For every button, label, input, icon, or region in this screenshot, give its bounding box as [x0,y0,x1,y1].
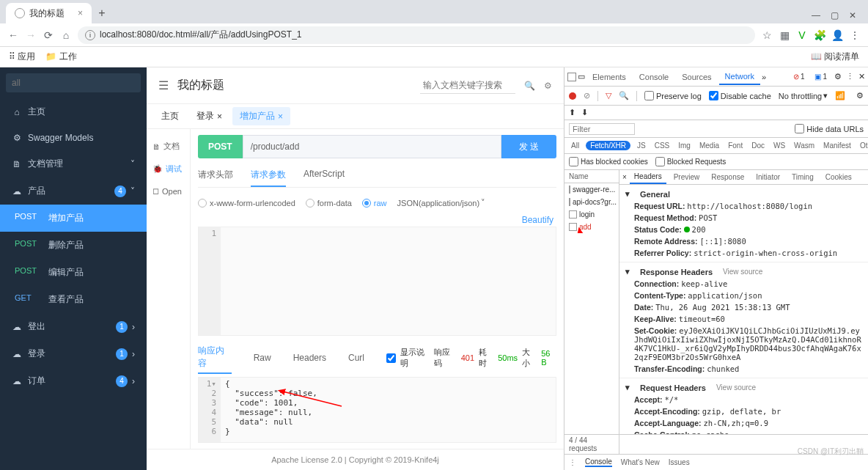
drawer-whatsnew[interactable]: What's New [621,458,660,466]
device-icon[interactable]: ▭ [578,72,585,81]
tool-debug[interactable]: 🐞调试 [150,158,187,180]
content-type-select[interactable]: JSON(application/json)˅ [397,198,486,208]
gear-icon[interactable]: ⚙ [834,72,842,81]
minimize-icon[interactable]: — [812,10,820,21]
dtab-preview[interactable]: Preview [669,171,705,183]
drawer-console[interactable]: Console [585,458,612,467]
throttle-select[interactable]: No throttling▾ [779,91,828,100]
menu-toggle-icon[interactable]: ☰ [158,78,169,92]
filter-type-img[interactable]: Img [676,141,693,150]
tool-doc[interactable]: 🗎文档 [150,135,187,158]
wifi-icon[interactable]: 📶 [835,91,845,100]
filter-type-js[interactable]: JS [635,141,648,150]
subtab-headers[interactable]: 请求头部 [198,164,233,187]
dtab-timing[interactable]: Timing [787,171,818,183]
resp-tab-content[interactable]: 响应内容 [198,342,232,374]
radio-formdata[interactable]: form-data [306,199,352,208]
search-icon[interactable]: 🔍 [524,81,535,91]
request-row[interactable]: swagger-re... [564,183,619,196]
reload-icon[interactable]: ⟳ [43,29,54,41]
download-icon[interactable]: ⬇ [581,108,588,117]
settings-icon[interactable]: ⚙ [544,81,552,91]
tab-home[interactable]: 主页 [154,107,186,125]
subtab-params[interactable]: 请求参数 [251,164,286,187]
dtab-initiator[interactable]: Initiator [751,171,784,183]
disable-cache-checkbox[interactable]: Disable cache [709,91,771,100]
filter-type-all[interactable]: All [569,141,581,150]
filter-type-ws[interactable]: WS [771,141,787,150]
clear-icon[interactable]: ⊘ [584,91,590,100]
close-window-icon[interactable]: ✕ [849,10,856,21]
error-badge[interactable]: ⊘1 [790,73,808,81]
sidebar-item-edit[interactable]: POST编辑产品 [0,259,147,286]
record-icon[interactable] [569,92,576,100]
dt-close-icon[interactable]: ✕ [858,72,865,81]
profile-icon[interactable]: 👤 [831,29,843,41]
gear-icon[interactable]: ⚙ [856,91,864,100]
url-input[interactable]: /product/add [243,135,501,158]
apps-bookmark[interactable]: ⠿ 应用 [9,51,35,63]
filter-type-css[interactable]: CSS [652,141,672,150]
home-icon[interactable]: ⌂ [60,29,72,41]
tab-login[interactable]: 登录× [189,107,229,125]
sidebar-item-delete[interactable]: POST删除产品 [0,232,147,259]
close-icon[interactable]: × [78,8,83,18]
dt-tab-sources[interactable]: Sources [676,70,717,84]
more-tabs-icon[interactable]: » [762,73,766,81]
drawer-menu-icon[interactable]: ⋮ [569,458,576,466]
section-request-headers[interactable]: ▾ Request HeadersView source [625,381,862,394]
nav-home[interactable]: ⌂主页 [0,98,147,125]
filter-type-font[interactable]: Font [726,141,745,150]
inspect-icon[interactable] [567,73,576,81]
nav-order[interactable]: ☁订单4› [0,367,147,394]
request-row[interactable]: api-docs?gr... [564,196,619,208]
filter-type-manifest[interactable]: Manifest [821,141,853,150]
resp-tab-curl[interactable]: Curl [348,350,364,366]
sidebar-item-add[interactable]: POST增加产品 [0,205,147,232]
blocked-requests-checkbox[interactable]: Blocked Requests [655,157,727,166]
nav-login[interactable]: ☁登录1› [0,340,147,367]
nav-models[interactable]: ⚙Swagger Models [0,125,147,150]
address-bar[interactable]: i localhost:8080/doc.html#/all/产品/addUsi… [78,26,755,44]
section-general[interactable]: ▾ General [625,188,862,200]
dt-tab-console[interactable]: Console [633,70,674,84]
drawer-issues[interactable]: Issues [669,458,690,466]
reading-list[interactable]: 📖 阅读清单 [811,51,859,63]
dtab-cookies[interactable]: Cookies [821,171,856,183]
resp-tab-raw[interactable]: Raw [254,350,271,366]
filter-type-wasm[interactable]: Wasm [792,141,817,150]
tool-open[interactable]: ◻Open [150,180,187,202]
forward-icon[interactable]: → [25,29,37,41]
menu-icon[interactable]: ⋮ [849,29,861,41]
warning-badge[interactable]: ▣1 [812,73,830,81]
extensions-icon[interactable]: 🧩 [814,29,825,41]
sidebar-search-input[interactable] [6,73,141,92]
section-response-headers[interactable]: ▾ Response HeadersView source [625,265,862,278]
dt-tab-elements[interactable]: Elements [586,70,632,84]
upload-icon[interactable]: ⬆ [569,108,575,117]
new-tab-button[interactable]: + [92,3,112,23]
filter-toggle-icon[interactable]: ▽ [606,91,611,100]
filter-type-fetch/xhr[interactable]: Fetch/XHR [586,141,630,150]
radio-urlencoded[interactable]: x-www-form-urlencoded [198,199,295,208]
nav-logout[interactable]: ☁登出1› [0,313,147,340]
close-icon[interactable]: × [278,111,283,122]
subtab-afterscript[interactable]: AfterScript [304,164,345,187]
send-button[interactable]: 发 送 [501,135,556,158]
filter-type-media[interactable]: Media [697,141,721,150]
filter-type-doc[interactable]: Doc [749,141,767,150]
sidebar-item-view[interactable]: GET查看产品 [0,286,147,313]
browser-tab[interactable]: 我的标题 × [6,3,92,23]
request-body-editor[interactable]: 1 [198,227,556,336]
preserve-log-checkbox[interactable]: Preserve log [644,91,702,100]
nav-product[interactable]: ☁产品4˅ [0,177,147,205]
work-bookmark[interactable]: 📁 工作 [45,51,76,63]
dtab-headers[interactable]: Headers [630,170,666,184]
blocked-cookies-checkbox[interactable]: Has blocked cookies [569,157,648,166]
request-row[interactable]: login [564,208,619,221]
hide-data-urls-checkbox[interactable]: Hide data URLs [795,124,864,133]
filter-type-other[interactable]: Other [858,141,868,150]
nav-docs[interactable]: 🗎文档管理˅ [0,150,147,177]
site-info-icon[interactable]: i [85,30,95,40]
ext2-icon[interactable]: V [796,29,808,41]
